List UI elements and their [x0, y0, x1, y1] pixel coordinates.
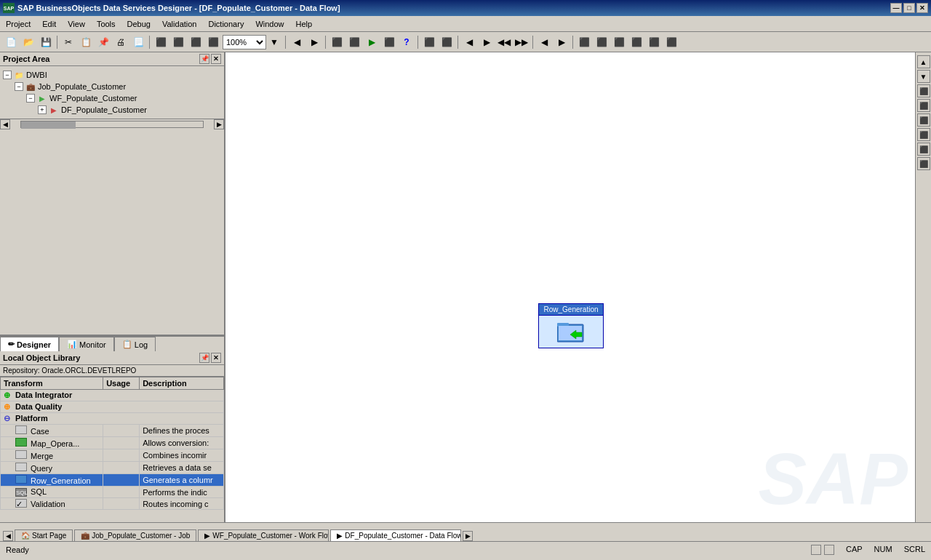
lib-row-query[interactable]: Query Retrieves a data se: [1, 462, 224, 474]
help-btn[interactable]: ?: [399, 34, 415, 50]
rs-btn-6[interactable]: ⬛: [917, 128, 930, 141]
zoom-select[interactable]: 100% 50% 75% 125% 150%: [223, 35, 266, 49]
lib-row-validation[interactable]: ✓ Validation Routes incoming c: [1, 498, 224, 510]
tab-designer[interactable]: ✏ Designer: [0, 337, 59, 351]
rs-btn-5[interactable]: ⬛: [917, 113, 930, 127]
tree-toggle-dwbi[interactable]: −: [3, 71, 12, 79]
rs-btn-4[interactable]: ⬛: [917, 99, 930, 112]
rs-btn-1[interactable]: ▲: [917, 55, 930, 68]
tree-item-job[interactable]: − 💼 Job_Populate_Customer: [3, 81, 221, 92]
project-area-close[interactable]: ✕: [211, 54, 221, 64]
tabs-nav-left[interactable]: ◀: [3, 531, 13, 541]
tree-toggle-df[interactable]: +: [38, 105, 47, 114]
tb-btn-e[interactable]: ⬛: [329, 34, 345, 50]
tb-btn-q[interactable]: ⬛: [628, 34, 644, 50]
window-close-btn[interactable]: ✕: [916, 3, 928, 13]
menu-debug[interactable]: Debug: [121, 18, 156, 30]
group-data-integrator[interactable]: ⊕ Data Integrator: [1, 390, 224, 401]
window-maximize-btn[interactable]: □: [903, 3, 915, 13]
menu-help[interactable]: Help: [290, 18, 319, 30]
tb-btn-n[interactable]: ▶: [554, 34, 570, 50]
lib-row-case[interactable]: Case Defines the proces: [1, 425, 224, 437]
project-area-pin[interactable]: 📌: [199, 54, 209, 64]
lib-pin-btn[interactable]: 📌: [199, 353, 209, 363]
menu-dictionary[interactable]: Dictionary: [202, 18, 249, 30]
lib-row-row-generation[interactable]: Row_Generation Generates a columr: [1, 474, 224, 487]
group-platform[interactable]: ⊖ Platform: [1, 413, 224, 425]
execute-btn[interactable]: ⬛: [576, 34, 592, 50]
tb-btn-f[interactable]: ⬛: [346, 34, 362, 50]
tb-btn-d[interactable]: ⬛: [205, 34, 221, 50]
menu-edit[interactable]: Edit: [36, 18, 62, 30]
rs-btn-3[interactable]: ⬛: [917, 84, 930, 97]
menu-project[interactable]: Project: [0, 18, 36, 30]
tb-btn-c[interactable]: ⬛: [188, 34, 204, 50]
rs-btn-2[interactable]: ▼: [917, 70, 930, 83]
start-page-label: Start Page: [32, 532, 66, 540]
tb-btn-a[interactable]: ⬛: [153, 34, 169, 50]
col-transform[interactable]: Transform: [1, 377, 103, 390]
lib-close-btn[interactable]: ✕: [211, 353, 221, 363]
tb-btn-h[interactable]: ⬛: [439, 34, 455, 50]
tb-btn-g[interactable]: ⬛: [421, 34, 437, 50]
tb-btn-p[interactable]: ⬛: [611, 34, 627, 50]
tb-btn-s[interactable]: ⬛: [663, 34, 679, 50]
new-btn[interactable]: 📄: [3, 34, 19, 50]
save-btn[interactable]: 💾: [38, 34, 54, 50]
open-btn[interactable]: 📂: [20, 34, 36, 50]
menu-view[interactable]: View: [62, 18, 91, 30]
tb-btn-j[interactable]: ▶: [479, 34, 495, 50]
designer-tab-label: Designer: [17, 340, 51, 349]
rs-btn-8[interactable]: ⬛: [917, 157, 930, 170]
lib-row-merge[interactable]: Merge Combines incomir: [1, 449, 224, 462]
rs-btn-7[interactable]: ⬛: [917, 143, 930, 156]
scroll-right-btn[interactable]: ▶: [214, 119, 224, 129]
scroll-left-btn[interactable]: ◀: [0, 119, 10, 129]
tree-item-dwbi[interactable]: − 📁 DWBI: [3, 69, 221, 81]
bottom-tab-wf[interactable]: ▶ WF_Populate_Customer - Work Flow...: [198, 529, 329, 541]
tree-item-df[interactable]: + ▶ DF_Populate_Customer: [3, 104, 221, 116]
tb-btn-m[interactable]: ◀: [536, 34, 552, 50]
bottom-tab-df[interactable]: ▶ DF_Populate_Customer - Data Flow: [330, 529, 461, 541]
stop-btn[interactable]: ⬛: [381, 34, 397, 50]
tab-monitor[interactable]: 📊 Monitor: [59, 337, 114, 351]
group-data-quality[interactable]: ⊕ Data Quality: [1, 401, 224, 413]
canvas-area[interactable]: SAP Row_Generation: [225, 52, 915, 522]
zoom-dropdown-btn[interactable]: ▼: [266, 34, 282, 50]
menu-window[interactable]: Window: [249, 18, 289, 30]
toolbar-sep-5: [417, 36, 418, 49]
tb-btn-i[interactable]: ◀: [461, 34, 477, 50]
lib-row-sql[interactable]: SQL SQL Performs the indic: [1, 487, 224, 498]
tb-btn-b[interactable]: ⬛: [170, 34, 186, 50]
cut-btn[interactable]: ✂: [60, 34, 76, 50]
menu-tools[interactable]: Tools: [91, 18, 121, 30]
window-minimize-btn[interactable]: —: [890, 3, 902, 13]
print-btn[interactable]: 🖨: [113, 34, 129, 50]
run-btn[interactable]: ▶: [364, 34, 380, 50]
tree-toggle-wf[interactable]: −: [26, 94, 35, 103]
tree-toggle-job[interactable]: −: [15, 82, 23, 91]
col-usage[interactable]: Usage: [103, 377, 140, 390]
tb-btn-l[interactable]: ▶▶: [514, 34, 530, 50]
tab-log[interactable]: 📋 Log: [114, 337, 156, 351]
dataflow-node[interactable]: Row_Generation: [538, 303, 604, 348]
scroll-track[interactable]: [20, 121, 204, 128]
tb-btn-o[interactable]: ⬛: [594, 34, 610, 50]
col-description[interactable]: Description: [140, 377, 224, 390]
lib-cell-sql-usage: [103, 487, 140, 498]
bottom-tab-start-page[interactable]: 🏠 Start Page: [15, 529, 73, 541]
lib-cell-sql-name: SQL SQL: [1, 487, 103, 498]
tree-item-wf[interactable]: − ▶ WF_Populate_Customer: [3, 92, 221, 104]
paste-btn[interactable]: 📌: [95, 34, 111, 50]
tb-btn-k[interactable]: ◀◀: [496, 34, 512, 50]
print2-btn[interactable]: 📃: [130, 34, 146, 50]
menu-validation[interactable]: Validation: [156, 18, 203, 30]
bottom-tab-job[interactable]: 💼 Job_Populate_Customer - Job: [74, 529, 196, 541]
back-btn[interactable]: ◀: [289, 34, 305, 50]
lib-cell-map-usage: [103, 437, 140, 449]
lib-row-map-opera[interactable]: Map_Opera... Allows conversion:: [1, 437, 224, 449]
tabs-nav-right[interactable]: ▶: [463, 531, 473, 541]
forward-btn[interactable]: ▶: [306, 34, 322, 50]
copy-btn[interactable]: 📋: [78, 34, 94, 50]
tb-btn-r[interactable]: ⬛: [646, 34, 662, 50]
